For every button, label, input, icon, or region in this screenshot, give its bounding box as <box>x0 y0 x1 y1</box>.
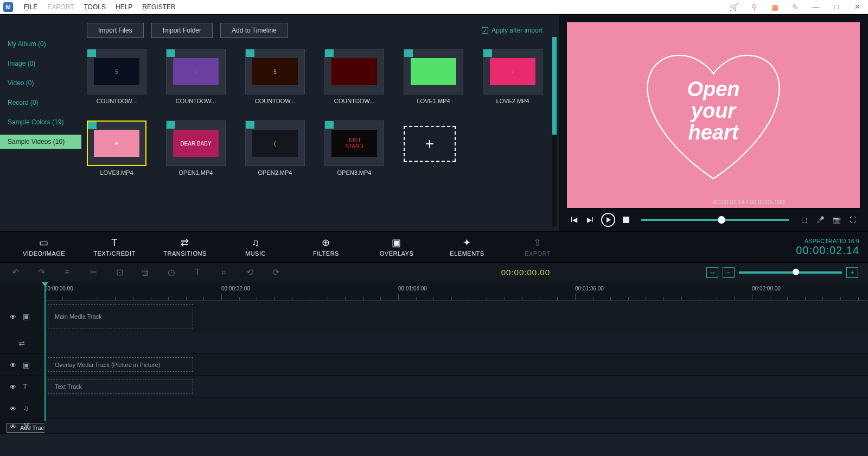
media-thumbnail[interactable]: COUNTDOW... <box>324 49 384 104</box>
add-media-button[interactable]: + <box>404 126 456 162</box>
zoom-out-button[interactable]: − <box>723 267 735 278</box>
settings-icon[interactable]: ≡ <box>62 268 73 277</box>
overlay-media-track[interactable]: ▣ Overlay Media Track (Picture in Pictur… <box>0 354 868 376</box>
media-thumbnail[interactable]: ·COUNTDOW... <box>166 49 226 104</box>
edit-toolbar: ↶ ↷ ≡ ✂ ⊡ 🗑 ◷ T ⌗ ⟲ ⟳ 00:00:00.00 ↔ − + <box>0 263 868 282</box>
sidebar-item[interactable]: Record (0) <box>0 96 81 110</box>
maximize-button[interactable]: □ <box>829 2 844 12</box>
eye-icon[interactable] <box>10 404 16 413</box>
sidebar-item[interactable]: My Album (0) <box>0 37 81 51</box>
overlay-track-placeholder: Overlay Media Track (Picture in Picture) <box>48 357 193 372</box>
zoom-slider[interactable] <box>739 271 842 274</box>
media-scrollbar[interactable] <box>552 37 557 226</box>
zoom-in-button[interactable]: + <box>846 267 858 278</box>
eye-icon[interactable] <box>10 422 16 430</box>
module-tab[interactable]: ▣OVERLAYS <box>361 237 432 257</box>
link-track[interactable]: ⌘ <box>0 419 868 433</box>
tab-icon: ✦ <box>463 237 471 248</box>
module-tab[interactable]: ♫MUSIC <box>220 237 291 257</box>
music-track-icon: ♫ <box>23 404 29 413</box>
crop-icon[interactable]: ⊡ <box>114 267 125 277</box>
delete-icon[interactable]: 🗑 <box>140 268 151 277</box>
module-tab[interactable]: ✦ELEMENTS <box>432 237 502 257</box>
transition-track[interactable]: .⇄ <box>0 332 868 354</box>
fullscreen-icon[interactable]: ⛶ <box>847 214 858 225</box>
playhead[interactable] <box>44 282 46 421</box>
next-frame-button[interactable]: ▶I <box>585 214 596 225</box>
ruler-mark: 00:00:32.00 <box>221 286 250 292</box>
preview-seek-slider[interactable] <box>641 219 789 221</box>
key-icon[interactable]: ⚲ <box>746 2 762 12</box>
media-library: Import Files Import Folder Add to Timeli… <box>81 15 559 231</box>
ruler-mark: 00:02:08.00 <box>752 286 781 292</box>
module-tab[interactable]: ⇄TRANSITIONS <box>150 237 220 257</box>
prev-frame-button[interactable]: I◀ <box>569 214 579 225</box>
aspect-time-display: ASPECTRATIO 16:9 00:00:02.14 <box>796 238 859 257</box>
module-tab[interactable]: TTEXT/CREDIT <box>79 237 150 257</box>
media-thumbnail[interactable]: JUST STANDOPEN3.MP4 <box>324 121 384 176</box>
add-to-timeline-button[interactable]: Add to Timeline <box>220 23 288 38</box>
cart-icon[interactable]: 🛒 <box>726 2 741 12</box>
module-tab[interactable]: ▭VIDEO/IMAGE <box>9 237 79 257</box>
undo-icon[interactable]: ↶ <box>10 267 21 277</box>
import-files-button[interactable]: Import Files <box>87 23 144 38</box>
edit-icon[interactable]: ✎ <box>788 2 803 12</box>
snapshot-icon[interactable]: 📷 <box>831 214 842 225</box>
transition-track-icon: ⇄ <box>18 339 25 347</box>
tab-label: VIDEO/IMAGE <box>23 250 65 257</box>
media-thumbnail[interactable]: 5COUNTDOW... <box>245 49 305 104</box>
rotate-right-icon[interactable]: ⟳ <box>270 267 281 277</box>
media-thumbnail[interactable]: LOVE1.MP4 <box>404 49 463 104</box>
eye-icon[interactable] <box>10 360 16 369</box>
music-track[interactable]: ♫ <box>0 397 868 419</box>
ruler-mark: 00:00:00.00 <box>44 286 73 292</box>
media-thumbnail[interactable]: ♥LOVE3.MP4 <box>87 121 146 176</box>
menu-export[interactable]: EXPORT <box>47 3 74 11</box>
tab-icon: ♫ <box>252 237 259 248</box>
apply-after-import-checkbox[interactable]: ✓ Apply after import <box>482 27 542 34</box>
tab-label: FILTERS <box>313 250 339 257</box>
rotate-left-icon[interactable]: ⟲ <box>244 267 255 277</box>
timeline-ruler[interactable]: 00:00:00.0000:00:32.0000:01:04.0000:01:3… <box>44 282 868 301</box>
menu-tools[interactable]: TOOLS <box>84 3 105 11</box>
thumbnail-label: OPEN1.MP4 <box>166 169 226 176</box>
import-folder-button[interactable]: Import Folder <box>151 23 213 38</box>
video-tag-icon <box>246 49 254 57</box>
layout-icon[interactable]: ▦ <box>767 2 782 12</box>
media-thumbnail[interactable]: ·LOVE2.MP4 <box>483 49 542 104</box>
sidebar-item[interactable]: Sample Videos (10) <box>0 135 81 149</box>
stop-button[interactable] <box>621 214 631 225</box>
play-button[interactable] <box>601 213 615 227</box>
thumbnail-label: COUNTDOW... <box>87 98 146 104</box>
crop2-icon[interactable]: ⌗ <box>218 268 229 277</box>
redo-icon[interactable]: ↷ <box>36 267 47 277</box>
thumbnail-label: LOVE1.MP4 <box>404 98 463 104</box>
menu-file[interactable]: FILE <box>24 3 37 11</box>
sidebar-item[interactable]: Image (0) <box>0 56 81 71</box>
module-tab[interactable]: ⇧EXPORT <box>502 237 573 257</box>
menu-register[interactable]: REGISTER <box>142 3 175 11</box>
module-tab[interactable]: ⊕FILTERS <box>291 237 361 257</box>
video-tag-icon <box>87 49 96 57</box>
media-thumbnail[interactable]: (OPEN2.MP4 <box>245 121 305 176</box>
speed-icon[interactable]: ◷ <box>166 267 177 277</box>
media-thumbnail[interactable]: DEAR BABYOPEN1.MP4 <box>166 121 226 176</box>
sidebar-item[interactable]: Sample Colors (19) <box>0 115 81 129</box>
zoom-fit-button[interactable]: ↔ <box>706 267 718 278</box>
sidebar-item[interactable]: Video (0) <box>0 76 81 90</box>
eye-icon[interactable] <box>10 312 16 321</box>
marker-icon[interactable]: ⬚ <box>799 214 809 225</box>
menu-help[interactable]: HELP <box>116 3 132 11</box>
text-track-icon: T <box>23 382 28 391</box>
text-track[interactable]: T Text Track <box>0 376 868 397</box>
text-tool-icon[interactable]: T <box>192 268 203 277</box>
close-button[interactable]: ✕ <box>850 2 865 12</box>
minimize-button[interactable]: — <box>808 2 824 12</box>
mic-icon[interactable]: 🎤 <box>815 214 826 225</box>
main-media-track[interactable]: ▣ Main Media Track <box>0 301 868 332</box>
tab-label: MUSIC <box>245 250 266 257</box>
eye-icon[interactable] <box>10 382 16 391</box>
cut-icon[interactable]: ✂ <box>88 267 99 277</box>
media-thumbnail[interactable]: 5COUNTDOW... <box>87 49 146 104</box>
thumbnail-label: LOVE2.MP4 <box>483 98 542 104</box>
